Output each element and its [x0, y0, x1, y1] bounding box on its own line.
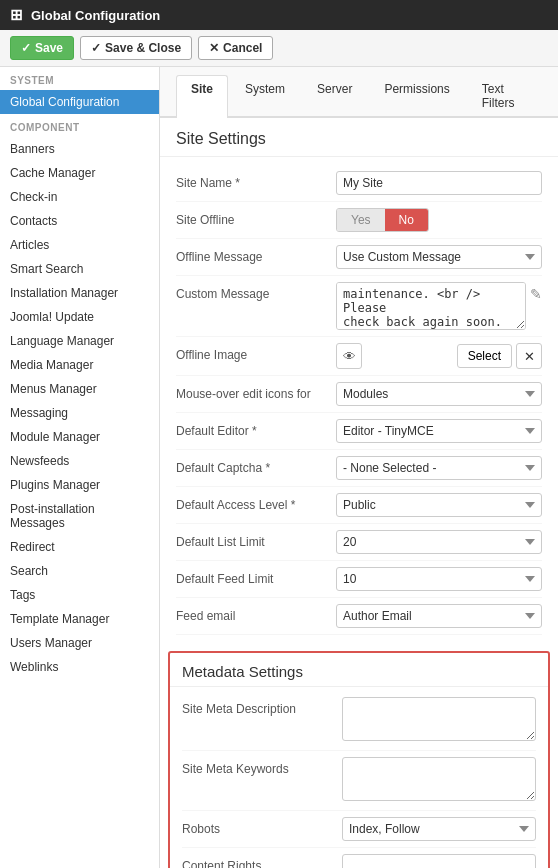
meta-desc-textarea[interactable] [342, 697, 536, 741]
sidebar-item-check-in[interactable]: Check-in [0, 185, 159, 209]
mouseover-edit-control: Modules [336, 382, 542, 406]
main-layout: SYSTEM Global Configuration COMPONENT Ba… [0, 67, 558, 868]
tab-permissions[interactable]: Permissions [369, 75, 464, 116]
pencil-icon: ✎ [530, 282, 542, 302]
default-feed-select[interactable]: 10 [336, 567, 542, 591]
custom-message-row: Custom Message maintenance. <br /> Pleas… [176, 276, 542, 337]
tab-site[interactable]: Site [176, 75, 228, 118]
feed-email-control: Author Email [336, 604, 542, 628]
default-access-label: Default Access Level * [176, 493, 336, 512]
image-row: 👁 Select ✕ [336, 343, 542, 369]
robots-label: Robots [182, 817, 342, 836]
sidebar-item-smart-search[interactable]: Smart Search [0, 257, 159, 281]
site-offline-no[interactable]: No [385, 209, 428, 231]
default-captcha-row: Default Captcha * - None Selected - [176, 450, 542, 487]
tabs: Site System Server Permissions Text Filt… [160, 67, 558, 118]
toolbar: ✓ Save ✓ Save & Close ✕ Cancel [0, 30, 558, 67]
save-close-button[interactable]: ✓ Save & Close [80, 36, 192, 60]
site-name-control [336, 171, 542, 195]
sidebar-item-template-manager[interactable]: Template Manager [0, 607, 159, 631]
sidebar-item-contacts[interactable]: Contacts [0, 209, 159, 233]
sidebar-item-messaging[interactable]: Messaging [0, 401, 159, 425]
tab-system[interactable]: System [230, 75, 300, 116]
default-list-label: Default List Limit [176, 530, 336, 549]
meta-keywords-control [342, 757, 536, 804]
cancel-button[interactable]: ✕ Cancel [198, 36, 273, 60]
mouseover-edit-row: Mouse-over edit icons for Modules [176, 376, 542, 413]
image-select-button[interactable]: Select [457, 344, 512, 368]
site-offline-control: Yes No [336, 208, 542, 232]
sidebar-item-weblinks[interactable]: Weblinks [0, 655, 159, 679]
checkmark-icon: ✓ [21, 41, 31, 55]
meta-desc-row: Site Meta Description [182, 691, 536, 751]
sidebar-item-redirect[interactable]: Redirect [0, 535, 159, 559]
offline-image-control: 👁 Select ✕ [336, 343, 542, 369]
image-preview-button[interactable]: 👁 [336, 343, 362, 369]
sidebar-item-post-installation[interactable]: Post-installation Messages [0, 497, 159, 535]
sidebar-item-search[interactable]: Search [0, 559, 159, 583]
meta-keywords-row: Site Meta Keywords [182, 751, 536, 811]
mouseover-edit-label: Mouse-over edit icons for [176, 382, 336, 401]
site-name-row: Site Name * [176, 165, 542, 202]
default-editor-select[interactable]: Editor - TinyMCE [336, 419, 542, 443]
site-settings-title: Site Settings [160, 118, 558, 157]
offline-image-label: Offline Image [176, 343, 336, 362]
sidebar-item-module-manager[interactable]: Module Manager [0, 425, 159, 449]
default-list-select[interactable]: 20 [336, 530, 542, 554]
site-name-input[interactable] [336, 171, 542, 195]
sidebar-item-media-manager[interactable]: Media Manager [0, 353, 159, 377]
content-rights-label: Content Rights [182, 854, 342, 868]
default-feed-control: 10 [336, 567, 542, 591]
default-captcha-select[interactable]: - None Selected - [336, 456, 542, 480]
sidebar-item-cache-manager[interactable]: Cache Manager [0, 161, 159, 185]
content-rights-textarea[interactable] [342, 854, 536, 868]
x-icon: ✕ [209, 41, 219, 55]
custom-message-label: Custom Message [176, 282, 336, 301]
site-offline-row: Site Offline Yes No [176, 202, 542, 239]
metadata-title: Metadata Settings [170, 653, 548, 687]
sidebar-item-articles[interactable]: Articles [0, 233, 159, 257]
meta-keywords-label: Site Meta Keywords [182, 757, 342, 776]
default-feed-label: Default Feed Limit [176, 567, 336, 586]
robots-select[interactable]: Index, Follow [342, 817, 536, 841]
meta-desc-control [342, 697, 536, 744]
robots-control: Index, Follow [342, 817, 536, 841]
site-offline-label: Site Offline [176, 208, 336, 227]
tab-text-filters[interactable]: Text Filters [467, 75, 542, 116]
default-editor-row: Default Editor * Editor - TinyMCE [176, 413, 542, 450]
tab-server[interactable]: Server [302, 75, 367, 116]
content-rights-row: Content Rights [182, 848, 536, 868]
sidebar-item-menus-manager[interactable]: Menus Manager [0, 377, 159, 401]
site-settings-form: Site Name * Site Offline Yes No Offline … [160, 157, 558, 643]
sidebar-item-tags[interactable]: Tags [0, 583, 159, 607]
sidebar-item-language-manager[interactable]: Language Manager [0, 329, 159, 353]
meta-keywords-textarea[interactable] [342, 757, 536, 801]
sidebar-item-joomla-update[interactable]: Joomla! Update [0, 305, 159, 329]
sidebar-item-global-configuration[interactable]: Global Configuration [0, 90, 159, 114]
default-editor-label: Default Editor * [176, 419, 336, 438]
offline-message-row: Offline Message Use Custom Message [176, 239, 542, 276]
site-name-label: Site Name * [176, 171, 336, 190]
custom-message-textarea[interactable]: maintenance. <br /> Please check back ag… [336, 282, 526, 330]
system-label: SYSTEM [0, 67, 159, 90]
app-icon: ⊞ [10, 6, 23, 24]
sidebar-item-installation-manager[interactable]: Installation Manager [0, 281, 159, 305]
default-captcha-label: Default Captcha * [176, 456, 336, 475]
app-title: Global Configuration [31, 8, 160, 23]
sidebar-item-plugins-manager[interactable]: Plugins Manager [0, 473, 159, 497]
feed-email-select[interactable]: Author Email [336, 604, 542, 628]
custom-message-control: maintenance. <br /> Please check back ag… [336, 282, 542, 330]
sidebar-item-banners[interactable]: Banners [0, 137, 159, 161]
sidebar: SYSTEM Global Configuration COMPONENT Ba… [0, 67, 160, 868]
default-access-select[interactable]: Public [336, 493, 542, 517]
metadata-section: Metadata Settings Site Meta Description … [168, 651, 550, 868]
content-area: Site System Server Permissions Text Filt… [160, 67, 558, 868]
sidebar-item-newsfeeds[interactable]: Newsfeeds [0, 449, 159, 473]
site-offline-yes[interactable]: Yes [337, 209, 385, 231]
image-clear-button[interactable]: ✕ [516, 343, 542, 369]
sidebar-item-users-manager[interactable]: Users Manager [0, 631, 159, 655]
save-button[interactable]: ✓ Save [10, 36, 74, 60]
mouseover-edit-select[interactable]: Modules [336, 382, 542, 406]
offline-message-select[interactable]: Use Custom Message [336, 245, 542, 269]
default-list-row: Default List Limit 20 [176, 524, 542, 561]
